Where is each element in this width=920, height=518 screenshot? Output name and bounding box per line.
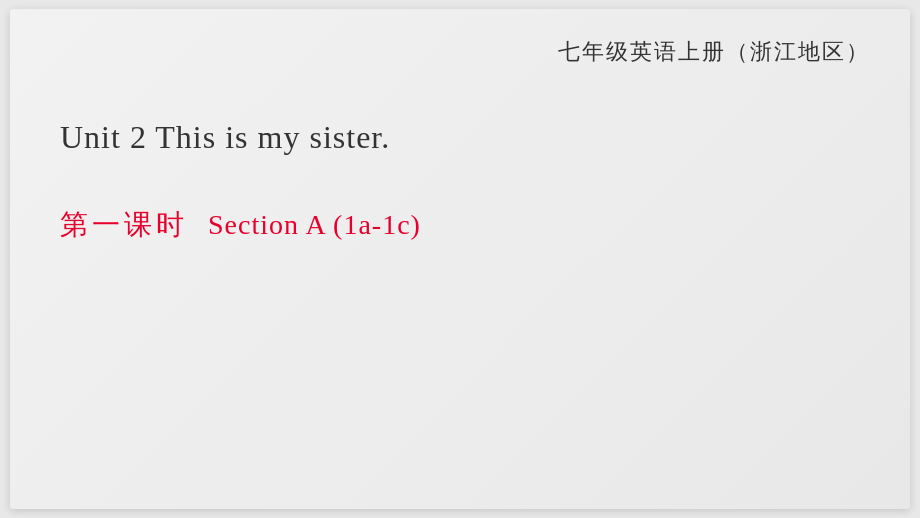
unit-title: Unit 2 This is my sister. [60,119,860,156]
section-chinese-label: 第一课时 [60,206,188,244]
book-title: 七年级英语上册（浙江地区） [558,37,870,67]
slide-container: 七年级英语上册（浙江地区） Unit 2 This is my sister. … [10,9,910,509]
section-english-label: Section A (1a-1c) [208,209,421,241]
main-content: Unit 2 This is my sister. 第一课时 Section A… [60,119,860,244]
section-line: 第一课时 Section A (1a-1c) [60,206,860,244]
